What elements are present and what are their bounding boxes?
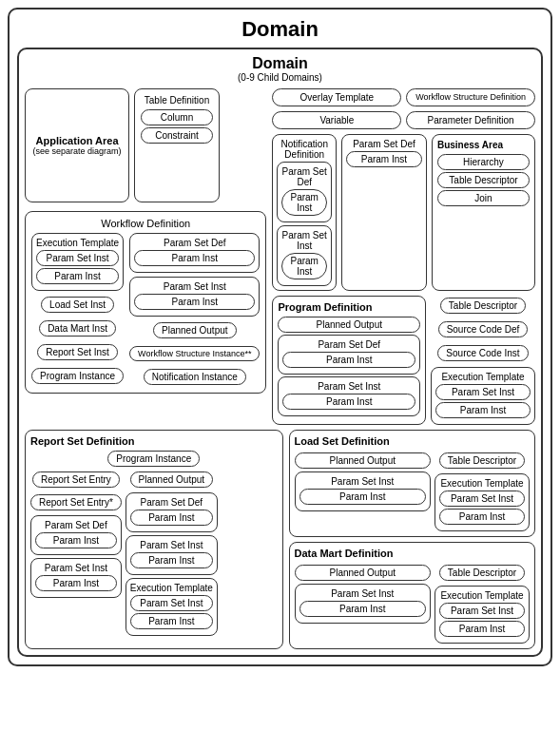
table-def-title: Table Definition: [141, 95, 213, 106]
biz-area-title: Business Area: [437, 140, 530, 150]
program-instance-pill: Program Instance: [31, 368, 124, 384]
prog-psd-param: Param Inst: [282, 352, 415, 368]
app-area-sublabel: (see separate diagram): [32, 146, 121, 156]
right-column: Overlay Template Workflow Structure Defi…: [272, 88, 535, 425]
column-pill: Column: [141, 109, 213, 125]
prog-source-code-def: Source Code Def: [438, 321, 529, 337]
rsd-entry-star: Report Set Entry*: [30, 494, 122, 510]
psd-right-param: Param Inst: [346, 151, 422, 167]
workflow-col1: Execution Template Param Set Inst Param …: [31, 233, 124, 387]
rsd-exec-pi: Param Inst: [130, 613, 213, 629]
top-section: Application Area (see separate diagram) …: [25, 88, 535, 425]
lsd-exec-box: Execution Template Param Set Inst Param …: [434, 473, 530, 531]
prog-psd-box: Param Set Def Param Inst: [278, 335, 420, 375]
wf-psi-param: Param Inst: [134, 294, 255, 310]
dmd-exec-pi: Param Inst: [439, 621, 525, 637]
domain-box-title: Domain: [25, 55, 535, 72]
wf-psi-title: Param Set Inst: [134, 281, 255, 292]
dmd-exec-title: Execution Template: [439, 590, 525, 601]
rsd-psd-title: Param Set Def: [35, 520, 117, 530]
dmd-planned-output: Planned Output: [295, 565, 432, 581]
psd-right-title: Param Set Def: [346, 139, 422, 149]
exec-param-inst: Param Inst: [36, 268, 119, 284]
rsd-right-psd-param: Param Inst: [130, 510, 213, 526]
param-def-pill: Parameter Definition: [406, 111, 535, 129]
wf-planned-output: Planned Output: [153, 322, 237, 338]
lsd-exec-title: Execution Template: [439, 478, 525, 489]
dmd-table-desc: Table Descriptor: [439, 565, 525, 581]
exec-template-box: Execution Template Param Set Inst Param …: [31, 233, 124, 291]
report-set-def-box: Report Set Definition Program Instance R…: [25, 430, 283, 649]
wf-param-set-inst-box: Param Set Inst Param Inst: [129, 277, 260, 317]
prog-planned-output: Planned Output: [278, 317, 420, 333]
table-definition-box: Table Definition Column Constraint: [134, 88, 220, 202]
notif-psd-box: Param Set Def Param Inst: [277, 162, 331, 222]
domain-box-subtitle: (0-9 Child Domains): [25, 72, 535, 83]
prog-psd-title: Param Set Def: [282, 339, 415, 350]
lsd-psi-box: Param Set Inst Param Inst: [295, 471, 432, 511]
workflow-col2: Param Set Def Param Inst Param Set Inst …: [129, 233, 260, 387]
rsd-right-psd-box: Param Set Def Param Inst: [126, 492, 218, 532]
dmd-title: Data Mart Definition: [295, 548, 531, 559]
rsd-entry: Report Set Entry: [32, 471, 120, 488]
dmd-psi-title: Param Set Inst: [299, 588, 427, 599]
workflow-definition-box: Workflow Definition Execution Template P…: [25, 211, 266, 394]
notif-def-title: Notification Definition: [277, 139, 331, 160]
rsd-right-psi-param: Param Inst: [130, 552, 213, 568]
biz-hierarchy: Hierarchy: [437, 154, 530, 170]
prog-right-col: Table Descriptor Source Code Def Source …: [431, 296, 535, 425]
lsd-table-desc: Table Descriptor: [439, 452, 525, 469]
lsd-planned-output: Planned Output: [295, 452, 432, 469]
rsd-psi-box: Param Set Inst Param Inst: [30, 558, 122, 598]
report-set-inst-pill: Report Set Inst: [37, 344, 118, 360]
prog-exec-box: Execution Template Param Set Inst Param …: [431, 367, 535, 425]
rsd-right-psi-title: Param Set Inst: [130, 540, 213, 550]
biz-table-desc: Table Descriptor: [437, 172, 530, 188]
rsd-exec-psi: Param Set Inst: [130, 595, 213, 611]
program-def-box: Program Definition Planned Output Param …: [272, 296, 426, 425]
biz-area-box: Business Area Hierarchy Table Descriptor…: [432, 134, 535, 291]
rsd-right-psd-title: Param Set Def: [130, 497, 213, 508]
dmd-psi-param: Param Inst: [299, 601, 427, 617]
app-area-label: Application Area: [36, 135, 119, 146]
psd-right-box: Param Set Def Param Inst: [341, 134, 427, 291]
wf-notification-inst: Notification Instance: [144, 369, 246, 385]
wf-psd-title: Param Set Def: [134, 238, 255, 248]
rsd-planned-output: Planned Output: [130, 471, 214, 488]
notif-psd-title: Param Set Def: [281, 166, 326, 187]
wf-param-set-def-box: Param Set Def Param Inst: [129, 233, 260, 273]
notification-def-box: Notification Definition Param Set Def Pa…: [272, 134, 336, 291]
left-column: Application Area (see separate diagram) …: [25, 88, 266, 425]
lsd-psi-title: Param Set Inst: [299, 476, 427, 487]
data-mart-def-box: Data Mart Definition Planned Output Para…: [289, 542, 536, 649]
workflow-structure-def-pill: Workflow Structure Definition: [406, 88, 535, 106]
app-area: Application Area (see separate diagram): [25, 88, 129, 202]
dmd-exec-box: Execution Template Param Set Inst Param …: [434, 586, 530, 644]
wf-structure-inst: Workflow Structure Instance**: [129, 346, 260, 361]
notif-psd-param: Param Inst: [281, 189, 326, 216]
rsd-prog-inst: Program Instance: [107, 451, 200, 467]
lsd-exec-pi: Param Inst: [439, 509, 525, 525]
prog-exec-title: Execution Template: [435, 372, 531, 382]
notif-psi-param: Param Inst: [281, 253, 326, 279]
prog-psi-title: Param Set Inst: [282, 381, 415, 392]
rsd-exec-box: Execution Template Param Set Inst Param …: [126, 578, 218, 636]
data-mart-inst-pill: Data Mart Inst: [39, 320, 116, 337]
variable-pill: Variable: [272, 111, 401, 129]
exec-template-title: Execution Template: [36, 238, 119, 248]
prog-exec-pi: Param Inst: [435, 402, 531, 418]
prog-psi-param: Param Inst: [282, 394, 415, 410]
constraint-pill: Constraint: [141, 127, 213, 144]
rsd-psd-param: Param Inst: [35, 532, 117, 548]
load-set-def-box: Load Set Definition Planned Output Param…: [289, 430, 536, 537]
prog-psi-box: Param Set Inst Param Inst: [278, 376, 420, 416]
rsd-psi-param: Param Inst: [35, 575, 117, 591]
rsd-title: Report Set Definition: [30, 435, 278, 447]
domain-box: Domain (0-9 Child Domains) Application A…: [17, 48, 543, 657]
dmd-psi-box: Param Set Inst Param Inst: [295, 584, 432, 624]
page-title: Domain: [17, 17, 543, 42]
lsd-exec-psi: Param Set Inst: [439, 491, 525, 507]
prog-source-code-inst: Source Code Inst: [437, 345, 528, 361]
load-set-inst-pill: Load Set Inst: [41, 297, 114, 313]
overlay-template-pill: Overlay Template: [272, 88, 401, 106]
